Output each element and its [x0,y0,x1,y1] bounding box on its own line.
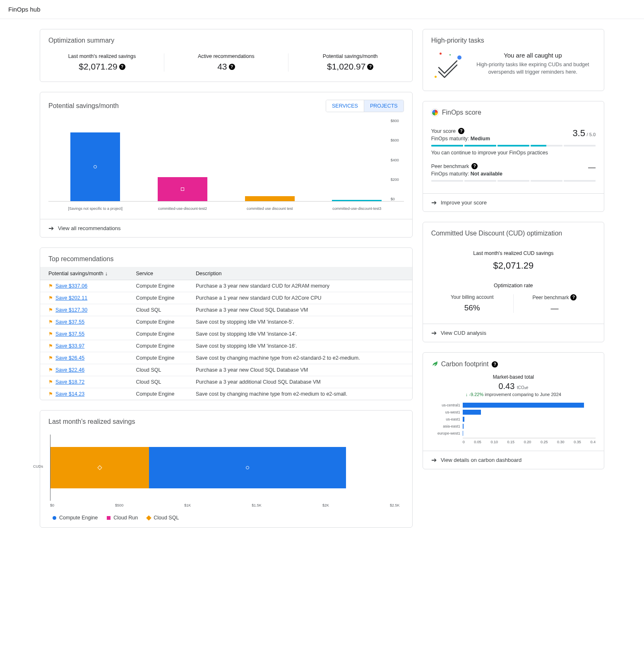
carbon-title: Carbon footprint [441,360,489,368]
potential-savings-card: Potential savings/month SERVICES PROJECT… [40,92,413,238]
savings-link[interactable]: Save $37.55 [55,319,84,325]
table-row: ⚑Save $33.97Compute EngineSave cost by s… [40,340,412,352]
page-title: FinOps hub [0,0,644,19]
leaf-icon [431,360,438,368]
table-row: ⚑Save $127.30Cloud SQLPurchase a 3 year … [40,304,412,316]
flag-icon: ⚑ [48,391,53,397]
table-row: ⚑Save $18.72Cloud SQLPurchase a 3 year a… [40,376,412,388]
gcp-icon [431,109,439,116]
savings-link[interactable]: Save $26.45 [55,355,84,361]
table-row: ⚑Save $37.55Compute EngineSave cost by s… [40,328,412,340]
opt-potential-savings: Potential savings/month $1,020.97? [288,53,412,72]
flag-icon: ⚑ [48,343,53,349]
arrow-right-icon: ➔ [431,456,437,464]
view-all-recommendations-link[interactable]: ➔ View all recommendations [40,219,412,237]
top-recommendations-title: Top recommendations [40,248,412,267]
high-priority-title: High-priority tasks [423,29,604,49]
peer-score-value: — [588,163,596,172]
sort-down-icon: ↓ [105,270,108,276]
legend-item[interactable]: Cloud Run [107,515,138,521]
savings-link[interactable]: Save $18.72 [55,379,84,385]
opt-realized-savings: Last month's realized savings $2,071.29? [40,53,164,72]
cud-billing-pct: 56% [431,303,513,312]
flag-icon: ⚑ [48,379,53,385]
legend-item[interactable]: Compute Engine [53,515,98,521]
savings-link[interactable]: Save $127.30 [55,307,87,313]
cud-savings-value: $2,071.29 [431,260,596,271]
savings-link[interactable]: Save $202.11 [55,295,87,301]
savings-link[interactable]: Save $14.23 [55,391,84,397]
col-description[interactable]: Description [192,267,412,280]
finops-score-value: 3.5 [572,128,585,138]
improve-score-link[interactable]: ➔ Improve your score [423,193,604,211]
opt-active-recommendations: Active recommendations 43? [164,53,288,72]
help-icon[interactable]: ? [119,64,125,70]
flag-icon: ⚑ [48,307,53,313]
help-icon[interactable]: ? [492,361,498,368]
finops-score-title: FinOps score [442,109,481,116]
arrow-right-icon: ➔ [431,329,437,337]
table-row: ⚑Save $26.45Compute EngineSave cost by c… [40,352,412,364]
optimization-summary-title: Optimization summary [40,29,412,49]
tab-services[interactable]: SERVICES [326,100,364,112]
table-row: ⚑Save $22.46Cloud SQLPurchase a 3 year n… [40,364,412,376]
savings-link[interactable]: Save $22.46 [55,367,84,373]
flag-icon: ⚑ [48,319,53,325]
last-month-savings-chart: CUDs $0$500$1K$1.5K$2K$2.5K Compute Engi… [40,430,412,527]
flag-icon: ⚑ [48,355,53,361]
finops-score-card: FinOps score Your score? FinOps maturity… [423,101,604,212]
arrow-down-icon: ↓ [466,392,468,397]
top-recommendations-card: Top recommendations Potential savings/mo… [40,247,413,400]
table-row: ⚑Save $37.55Compute EngineSave cost by s… [40,316,412,328]
col-savings[interactable]: Potential savings/month↓ [40,267,132,280]
help-icon[interactable]: ? [471,163,478,169]
arrow-right-icon: ➔ [431,199,437,207]
view-carbon-link[interactable]: ➔ View details on carbon dashboard [423,451,604,469]
view-cud-link[interactable]: ➔ View CUD analysis [423,324,604,342]
high-priority-card: High-priority tasks You are all [423,29,604,91]
optimization-summary-card: Optimization summary Last month's realiz… [40,29,413,82]
savings-link[interactable]: Save $37.55 [55,331,84,337]
help-icon[interactable]: ? [570,294,577,300]
table-row: ⚑Save $14.23Compute EngineSave cost by c… [40,388,412,400]
high-priority-text: High-priority tasks like expiring CUDs a… [470,61,596,76]
carbon-footprint-card: Carbon footprint ? Market-based total 0.… [423,352,604,469]
carbon-value: 0.43 [498,382,514,391]
flag-icon: ⚑ [48,331,53,337]
services-projects-toggle: SERVICES PROJECTS [326,100,404,112]
flag-icon: ⚑ [48,283,53,289]
table-row: ⚑Save $202.11Compute EnginePurchase a 1 … [40,292,412,304]
help-icon[interactable]: ? [458,128,464,134]
potential-savings-title: Potential savings/month [48,102,119,110]
savings-link[interactable]: Save $33.97 [55,343,84,349]
finops-score-progress [431,145,596,147]
flag-icon: ⚑ [48,367,53,373]
high-priority-headline: You are all caught up [470,52,596,59]
legend-item[interactable]: Cloud SQL [147,515,179,521]
table-row: ⚑Save $337.06Compute EnginePurchase a 3 … [40,280,412,292]
col-service[interactable]: Service [132,267,192,280]
carbon-chart: us-central1us-west1us-east1asia-east1eur… [431,403,596,436]
help-icon[interactable]: ? [367,64,373,70]
savings-link[interactable]: Save $337.06 [55,283,87,289]
tab-projects[interactable]: PROJECTS [364,100,404,112]
svg-point-0 [457,55,461,60]
cud-peer-value: — [514,304,596,313]
last-month-savings-title: Last month's realized savings [40,411,412,430]
help-icon[interactable]: ? [229,64,235,70]
caught-up-illustration [431,52,464,81]
flag-icon: ⚑ [48,295,53,301]
potential-savings-chart: $800$600$400$200$0 [Savings not specific… [40,115,412,219]
last-month-savings-card: Last month's realized savings CUDs $0$50… [40,410,413,528]
peer-progress [431,180,596,182]
arrow-right-icon: ➔ [48,224,54,232]
cud-card: Committed Use Discount (CUD) optimizatio… [423,222,604,342]
cud-title: Committed Use Discount (CUD) optimizatio… [423,222,604,242]
